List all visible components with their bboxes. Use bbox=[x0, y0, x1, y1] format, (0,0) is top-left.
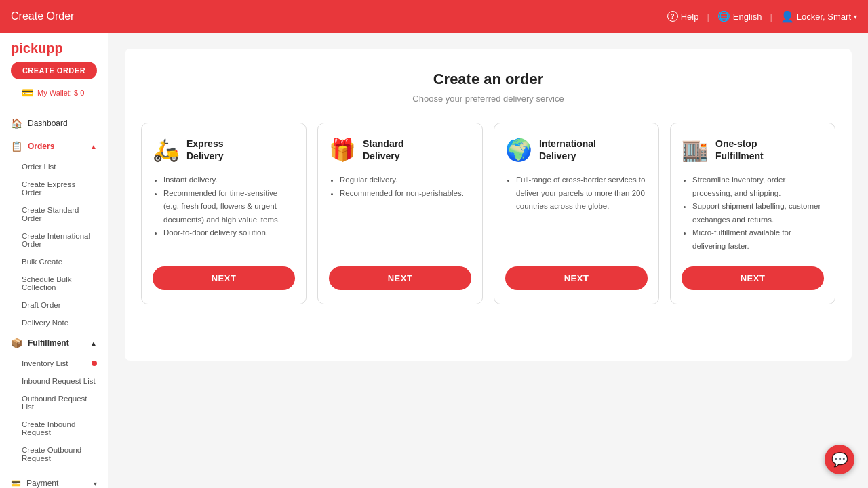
orders-icon: 📋 bbox=[11, 141, 22, 152]
create-order-card: Create an order Choose your preferred de… bbox=[125, 49, 852, 361]
logo: pickupp bbox=[11, 41, 97, 56]
dashboard-label: Dashboard bbox=[28, 119, 68, 128]
sidebar-item-bulk-create[interactable]: Bulk Create bbox=[0, 253, 108, 270]
sidebar-item-create-express-order[interactable]: Create Express Order bbox=[0, 176, 108, 201]
page-title: Create an order bbox=[141, 70, 835, 88]
international-card-icon: 🌍 bbox=[505, 137, 532, 163]
sidebar-item-create-inbound-request[interactable]: Create Inbound Request bbox=[0, 415, 108, 441]
page-subtitle: Choose your preferred delivery service bbox=[141, 94, 835, 104]
sidebar-item-draft-order[interactable]: Draft Order bbox=[0, 296, 108, 314]
home-icon: 🏠 bbox=[11, 118, 22, 129]
express-card-icon: 🛵 bbox=[153, 137, 180, 163]
onestop-card-title: One-stopFulfillment bbox=[715, 138, 764, 162]
express-delivery-card[interactable]: 🛵 ExpressDelivery Instant delivery. Reco… bbox=[141, 123, 307, 304]
help-icon: ? Help bbox=[667, 11, 699, 22]
sidebar-orders-section[interactable]: 📋 Orders ▲ bbox=[0, 135, 108, 158]
sidebar-item-dashboard[interactable]: 🏠 Dashboard bbox=[0, 112, 108, 135]
sidebar: pickupp CREATE ORDER 💳 My Wallet: $ 0 🏠 … bbox=[0, 33, 108, 488]
chat-button[interactable]: 💬 bbox=[825, 445, 854, 474]
international-card-header: 🌍 InternationalDelivery bbox=[505, 137, 648, 163]
standard-card-header: 🎁 StandardDelivery bbox=[329, 137, 471, 163]
sidebar-item-create-standard-order[interactable]: Create Standard Order bbox=[0, 201, 108, 227]
wallet-area[interactable]: 💳 My Wallet: $ 0 bbox=[11, 85, 97, 104]
orders-label: Orders bbox=[28, 142, 54, 151]
fulfillment-icon: 📦 bbox=[11, 338, 22, 348]
onestop-card-header: 🏬 One-stopFulfillment bbox=[682, 137, 824, 163]
sidebar-item-order-list[interactable]: Order List bbox=[0, 158, 108, 176]
delivery-cards-grid: 🛵 ExpressDelivery Instant delivery. Reco… bbox=[141, 123, 835, 304]
sidebar-item-outbound-request-list[interactable]: Outbound Request List bbox=[0, 390, 108, 415]
international-card-features: Full-range of cross-border services to d… bbox=[505, 174, 648, 253]
onestop-next-button[interactable]: NEXT bbox=[682, 266, 824, 290]
standard-delivery-card[interactable]: 🎁 StandardDelivery Regular delivery. Rec… bbox=[317, 123, 483, 304]
fulfillment-label: Fulfillment bbox=[28, 338, 69, 348]
express-card-features: Instant delivery. Recommended for time-s… bbox=[153, 174, 295, 253]
international-next-button[interactable]: NEXT bbox=[505, 266, 648, 290]
standard-card-icon: 🎁 bbox=[329, 137, 356, 163]
create-order-button[interactable]: CREATE ORDER bbox=[11, 62, 97, 79]
sidebar-item-schedule-bulk-collection[interactable]: Schedule Bulk Collection bbox=[0, 270, 108, 296]
help-label[interactable]: Help bbox=[681, 12, 699, 22]
express-card-header: 🛵 ExpressDelivery bbox=[153, 137, 295, 163]
express-next-button[interactable]: NEXT bbox=[153, 266, 295, 290]
fulfillment-chevron-icon: ▲ bbox=[90, 340, 97, 347]
sidebar-fulfillment-section[interactable]: 📦 Fulfillment ▲ bbox=[0, 331, 108, 354]
standard-card-features: Regular delivery. Recommended for non-pe… bbox=[329, 174, 471, 253]
sidebar-item-delivery-note[interactable]: Delivery Note bbox=[0, 314, 108, 331]
international-card-title: InternationalDelivery bbox=[539, 138, 596, 162]
standard-next-button[interactable]: NEXT bbox=[329, 266, 471, 290]
help-circle-icon: ? bbox=[667, 11, 678, 22]
onestop-fulfillment-card[interactable]: 🏬 One-stopFulfillment Streamline invento… bbox=[670, 123, 835, 304]
user-label: Locker, Smart bbox=[797, 12, 851, 22]
orders-chevron-icon: ▲ bbox=[90, 143, 97, 150]
main-content: Create an order Choose your preferred de… bbox=[108, 33, 868, 488]
header-left: Create Order bbox=[11, 10, 74, 22]
payment-icon: 💳 bbox=[11, 479, 21, 488]
header: Create Order ? Help | 🌐 English | 👤 Lock… bbox=[0, 0, 868, 33]
sidebar-item-inbound-request-list[interactable]: Inbound Request List bbox=[0, 372, 108, 390]
international-delivery-card[interactable]: 🌍 InternationalDelivery Full-range of cr… bbox=[494, 123, 659, 304]
sidebar-item-create-international-order[interactable]: Create International Order bbox=[0, 227, 108, 253]
sidebar-item-inventory-list[interactable]: Inventory List bbox=[0, 354, 108, 372]
chat-icon: 💬 bbox=[831, 451, 848, 468]
express-card-title: ExpressDelivery bbox=[186, 138, 223, 162]
wallet-label: My Wallet: $ 0 bbox=[37, 89, 84, 97]
sidebar-item-payment[interactable]: 💳 Payment ▾ bbox=[0, 472, 108, 488]
payment-chevron-icon: ▾ bbox=[94, 480, 97, 487]
standard-card-title: StandardDelivery bbox=[363, 138, 404, 162]
header-right: ? Help | 🌐 English | 👤 Locker, Smart ▾ bbox=[667, 10, 857, 23]
wallet-icon: 💳 bbox=[22, 87, 33, 98]
language-label[interactable]: English bbox=[733, 12, 762, 22]
header-title: Create Order bbox=[11, 10, 74, 22]
language-icon: 🌐 English bbox=[717, 10, 762, 22]
onestop-card-icon: 🏬 bbox=[682, 137, 709, 163]
sidebar-item-create-outbound-request[interactable]: Create Outbound Request bbox=[0, 441, 108, 467]
onestop-card-features: Streamline inventory, order processing, … bbox=[682, 174, 824, 253]
user-menu[interactable]: 👤 Locker, Smart ▾ bbox=[781, 10, 857, 23]
inventory-badge bbox=[92, 361, 97, 366]
chevron-down-icon: ▾ bbox=[854, 13, 857, 20]
